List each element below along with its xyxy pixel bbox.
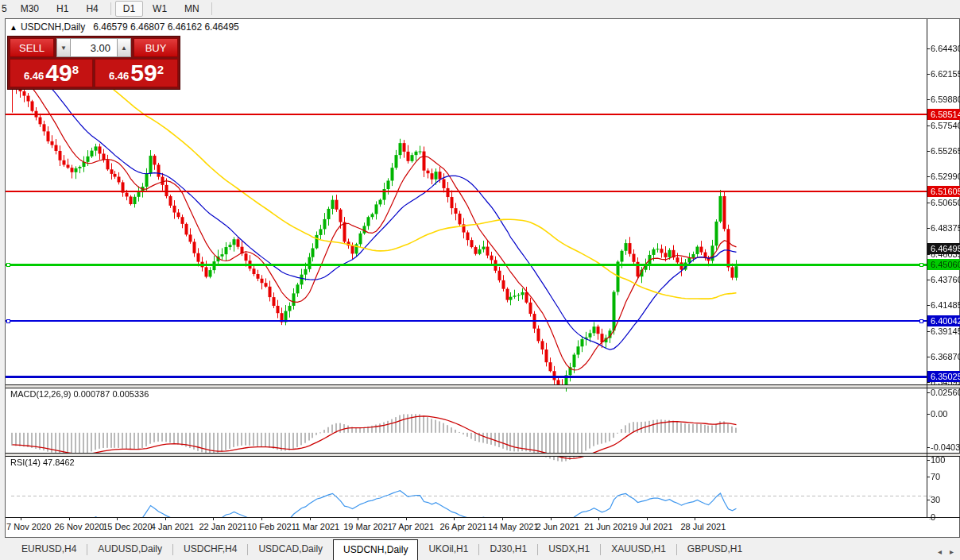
axis-tick-mark	[927, 74, 930, 75]
price-axis-tick: 6.52990	[931, 172, 960, 182]
timeframe-button-h4[interactable]: H4	[78, 1, 106, 17]
axis-tick-mark	[927, 447, 930, 448]
price-axis-tick: 6.48375	[931, 223, 960, 234]
date-tick-mark	[213, 518, 214, 520]
price-axis-tick: 6.50650	[931, 198, 960, 208]
chart-tab-xauusd[interactable]: XAUUSD,H1	[601, 539, 676, 560]
tab-scroll-left-icon[interactable]: ◂	[938, 547, 942, 556]
current-price-label: 6.46495	[927, 243, 960, 254]
date-tick-label: 19 Mar 2021	[343, 522, 393, 531]
pane-divider	[6, 388, 960, 388]
date-tick-mark	[454, 518, 455, 520]
date-tick-mark	[695, 518, 695, 520]
date-tick-mark	[551, 518, 552, 520]
axis-tick-mark	[927, 477, 930, 477]
macd-label: MACD(12,26,9) 0.000787 0.005336	[10, 389, 149, 399]
timeframe-button-5[interactable]: 5	[1, 1, 11, 17]
chart-marker-icon: ▲	[10, 23, 17, 32]
timeframe-button-w1[interactable]: W1	[145, 1, 175, 17]
sell-price-sup: 8	[72, 65, 79, 75]
date-tick-label: 4 Jan 2021	[151, 522, 194, 531]
tab-scroll-right-icon[interactable]: ▸	[950, 547, 954, 556]
volume-value[interactable]: 3.00	[71, 38, 117, 57]
level-endpoint-marker[interactable]	[6, 263, 10, 267]
one-click-trading-panel: SELL ▼ 3.00 ▲ BUY 6.46 49 8 6.46 59 2	[7, 36, 180, 90]
axis-tick-mark	[927, 126, 930, 126]
date-axis[interactable]: 7 Nov 202026 Nov 202015 Dec 20204 Jan 20…	[6, 518, 927, 536]
chart-tab-usdcnh[interactable]: USDCNH,Daily	[333, 539, 418, 560]
buy-button[interactable]: BUY	[134, 38, 178, 57]
date-tick-mark	[21, 518, 21, 520]
timeframe-toolbar: 5M30H1H4D1W1MN	[0, 0, 960, 17]
chart-tab-audusd[interactable]: AUDUSD,Daily	[87, 539, 172, 560]
chart-title: ▲ USDCNH,Daily 6.46579 6.46807 6.46162 6…	[10, 21, 239, 33]
buy-price-sup: 2	[157, 65, 164, 75]
price-axis-tick: 6.43760	[931, 275, 960, 285]
price-level-line[interactable]	[6, 114, 927, 115]
pane-divider	[6, 456, 960, 457]
axis-tick-mark	[927, 48, 930, 49]
chart-tab-usdcad[interactable]: USDCAD,Daily	[248, 539, 333, 560]
timeframe-button-m30[interactable]: M30	[13, 1, 47, 17]
date-tick-label: 2 Jun 2021	[536, 522, 579, 531]
date-tick-mark	[598, 518, 599, 520]
timeframe-button-mn[interactable]: MN	[176, 1, 207, 17]
price-axis-tick: 6.57540	[931, 121, 960, 131]
axis-tick-mark	[927, 460, 930, 461]
price-level-label: 6.35025	[927, 371, 960, 382]
timeframe-button-h1[interactable]: H1	[48, 1, 76, 17]
macd-axis-tick: 0.00	[931, 409, 960, 419]
buy-price-display[interactable]: 6.46 59 2	[95, 59, 178, 87]
chart-tab-usdchf[interactable]: USDCHF,H4	[173, 539, 247, 560]
volume-increase-icon[interactable]: ▲	[117, 38, 131, 57]
price-level-line[interactable]	[6, 376, 927, 378]
axis-tick-mark	[927, 331, 930, 332]
axis-tick-mark	[927, 99, 930, 100]
chart-tab-eurusd[interactable]: EURUSD,H4	[11, 539, 87, 560]
date-tick-label: 10 Feb 2021	[247, 522, 296, 531]
sell-button[interactable]: SELL	[10, 38, 54, 57]
rsi-axis-tick: 70	[931, 472, 960, 482]
price-level-line[interactable]	[6, 264, 927, 266]
sell-price-display[interactable]: 6.46 49 8	[10, 59, 93, 87]
axis-tick-mark	[927, 357, 930, 357]
chart-tab-usdx[interactable]: USDX,H1	[538, 539, 600, 560]
price-level-label: 6.58514	[927, 109, 960, 120]
price-level-line[interactable]	[6, 320, 927, 322]
price-level-line[interactable]	[6, 191, 927, 192]
chart-window: ▲ USDCNH,Daily 6.46579 6.46807 6.46162 6…	[5, 18, 960, 538]
date-tick-label: 28 Jul 2021	[680, 522, 726, 531]
date-tick-label: 22 Jan 2021	[199, 522, 247, 531]
date-tick-label: 15 Dec 2020	[103, 522, 152, 531]
trading-platform-screen: 5M30H1H4D1W1MN ▲ USDCNH,Daily 6.46579 6.…	[0, 0, 960, 560]
rsi-axis-tick: 0	[931, 512, 960, 523]
toolbar-separator	[110, 2, 111, 15]
sell-price-small: 6.46	[24, 68, 44, 84]
rsi-axis-tick: 100	[931, 455, 960, 465]
level-endpoint-marker[interactable]	[6, 319, 10, 323]
chart-tab-ukoil[interactable]: UKOil,H1	[418, 539, 478, 560]
date-tick-label: 14 May 2021	[488, 522, 539, 531]
volume-decrease-icon[interactable]: ▼	[56, 38, 71, 57]
axis-tick-mark	[927, 305, 930, 306]
axis-tick-mark	[927, 280, 930, 280]
sell-price-big: 49	[45, 62, 72, 84]
date-tick-mark	[69, 518, 70, 520]
chart-tab-gbpusd[interactable]: GBPUSD,H1	[677, 539, 753, 560]
axis-tick-mark	[927, 500, 930, 500]
rsi-axis-tick: 30	[931, 495, 960, 505]
price-axis-tick: 6.64430	[931, 44, 960, 54]
timeframe-button-d1[interactable]: D1	[115, 1, 143, 17]
rsi-label: RSI(14) 47.8462	[10, 458, 75, 467]
date-tick-mark	[406, 518, 407, 520]
level-endpoint-marker[interactable]	[919, 263, 923, 267]
chart-tab-dj30[interactable]: DJ30,H1	[479, 539, 537, 560]
macd-axis-tick: -0.04038	[931, 442, 960, 453]
date-tick-label: 1 Mar 2021	[296, 522, 340, 531]
price-chart-canvas[interactable]	[11, 38, 933, 536]
level-endpoint-marker[interactable]	[919, 319, 923, 323]
price-axis-tick: 6.41485	[931, 300, 960, 311]
axis-tick-mark	[927, 392, 930, 393]
price-level-label: 6.45060	[927, 259, 960, 270]
date-tick-label: 26 Apr 2021	[439, 522, 486, 531]
